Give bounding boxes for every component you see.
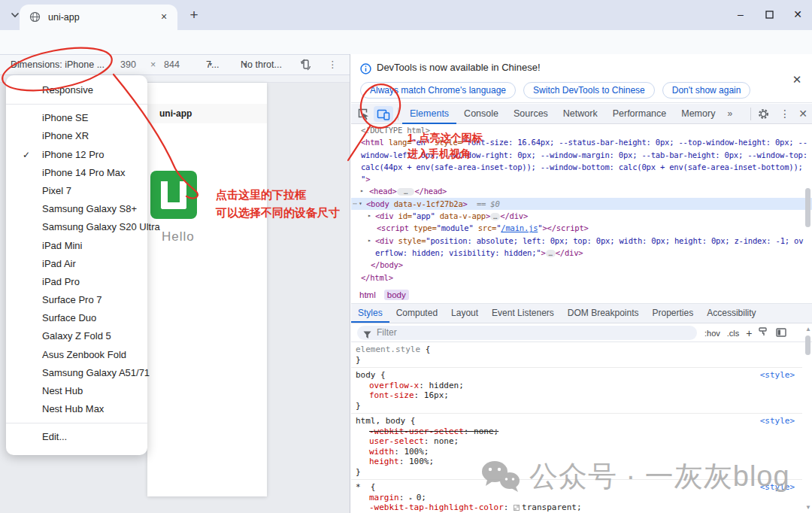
- device-menu-item[interactable]: iPad Air: [6, 255, 147, 273]
- inspect-element-icon[interactable]: [357, 108, 371, 121]
- computed-panel-toggle-icon[interactable]: [776, 328, 786, 338]
- styles-tab-dom-breakpoints[interactable]: DOM Breakpoints: [561, 304, 646, 323]
- dom-node[interactable]: <html lang="en" style="font-size: 16.64p…: [351, 136, 812, 148]
- dom-node[interactable]: ▸<div style="position: absolute; left: 0…: [351, 235, 812, 247]
- style-source-link[interactable]: <style>: [760, 370, 795, 380]
- devtools-tab-console[interactable]: Console: [456, 104, 506, 124]
- expand-arrow-icon[interactable]: ▾: [359, 198, 362, 210]
- breadcrumb-item-body[interactable]: body: [384, 290, 409, 300]
- expand-arrow-icon[interactable]: ▸: [368, 210, 371, 222]
- style-source-link[interactable]: <style>: [760, 482, 795, 492]
- device-menu-item[interactable]: Asus Zenbook Fold: [6, 346, 147, 364]
- banner-close-icon[interactable]: ✕: [790, 73, 804, 87]
- dom-node[interactable]: </body>: [351, 259, 812, 271]
- style-property[interactable]: user-select: none;: [356, 436, 802, 447]
- dom-node[interactable]: ">: [351, 173, 812, 185]
- device-menu-item[interactable]: Samsung Galaxy S20 Ultra: [6, 218, 147, 236]
- style-property[interactable]: margin: ▸ 0;: [356, 493, 802, 503]
- styles-tab-event-listeners[interactable]: Event Listeners: [485, 304, 561, 323]
- styles-tab-layout[interactable]: Layout: [444, 304, 485, 323]
- dom-node[interactable]: ▸<div id="app" data-v-app>…</div>: [351, 210, 812, 222]
- devtools-tab-memory[interactable]: Memory: [674, 104, 723, 124]
- styles-scrollbar-thumb[interactable]: [805, 335, 810, 355]
- dom-node-selected[interactable]: ⋯▾<body data-v-1cf27b2a> == $0: [351, 198, 812, 210]
- style-property[interactable]: overflow-x: hidden;: [356, 381, 802, 391]
- emulated-phone-viewport[interactable]: uni-app Hello: [147, 83, 267, 496]
- dom-node[interactable]: window-left: 0px; --window-right: 0px; -…: [351, 149, 812, 161]
- styles-pane[interactable]: element.style {}body {<style>overflow-x:…: [351, 342, 802, 513]
- elements-scrollbar-thumb[interactable]: [805, 188, 810, 227]
- style-property[interactable]: font-size: 16px;: [356, 390, 802, 401]
- device-menu-item[interactable]: Pixel 7: [6, 182, 147, 200]
- window-maximize-button[interactable]: [755, 0, 783, 30]
- browser-tab[interactable]: uni-app ×: [20, 5, 177, 30]
- device-menu-item[interactable]: Samsung Galaxy S8+: [6, 200, 147, 218]
- tab-close-icon[interactable]: ×: [156, 10, 171, 25]
- device-toolbar-toggle-icon[interactable]: [377, 108, 390, 121]
- devtools-close-icon[interactable]: ✕: [796, 108, 810, 121]
- window-minimize-button[interactable]: –: [726, 0, 755, 30]
- resource-link[interactable]: /main.js: [501, 223, 538, 232]
- style-rule[interactable]: body {<style>overflow-x: hidden;font-siz…: [351, 368, 802, 414]
- style-property[interactable]: height: 100%;: [356, 457, 802, 467]
- device-toolbar-menu-icon[interactable]: ⋮: [328, 55, 338, 74]
- device-menu-item-responsive[interactable]: Responsive: [6, 81, 147, 99]
- node-menu-dots-icon[interactable]: ⋯: [353, 198, 357, 210]
- devtools-settings-gear-icon[interactable]: [757, 108, 771, 121]
- dom-node[interactable]: erflow: hidden; visibility: hidden;">…</…: [351, 247, 812, 259]
- devtools-tab-performance[interactable]: Performance: [605, 104, 674, 124]
- styles-tab-properties[interactable]: Properties: [646, 304, 701, 323]
- device-menu-item[interactable]: Surface Duo: [6, 309, 147, 327]
- device-menu-item[interactable]: Surface Pro 7: [6, 291, 147, 309]
- dom-node[interactable]: calc(44px + env(safe-area-inset-top)); -…: [351, 161, 812, 173]
- dom-node[interactable]: <!DOCTYPE html>: [351, 124, 812, 136]
- new-style-rule-button[interactable]: +: [746, 327, 752, 339]
- dom-node[interactable]: </html>: [351, 272, 812, 284]
- device-menu-item[interactable]: Samsung Galaxy A51/71: [6, 364, 147, 382]
- styles-tab-styles[interactable]: Styles: [351, 304, 389, 323]
- new-tab-button[interactable]: +: [185, 6, 203, 24]
- devtools-menu-icon[interactable]: ⋮: [778, 108, 792, 121]
- device-menu-item[interactable]: iPad Pro: [6, 273, 147, 291]
- banner-button[interactable]: Switch DevTools to Chinese: [523, 82, 655, 99]
- elements-tree[interactable]: <!DOCTYPE html><html lang="en" style="fo…: [351, 124, 812, 288]
- window-close-button[interactable]: ✕: [783, 0, 812, 30]
- expand-arrow-icon[interactable]: ▸: [360, 185, 364, 197]
- device-menu-item[interactable]: iPhone 14 Pro Max: [6, 164, 147, 182]
- banner-button[interactable]: Always match Chrome's language: [360, 82, 516, 99]
- style-rule[interactable]: element.style {}: [351, 342, 802, 368]
- element-classes-button[interactable]: .cls: [727, 329, 740, 338]
- rendering-emulations-icon[interactable]: [759, 327, 769, 338]
- style-property[interactable]: -webkit-user-select: none;: [356, 426, 802, 437]
- banner-button[interactable]: Don't show again: [662, 82, 751, 99]
- width-field[interactable]: 390: [120, 55, 136, 74]
- devtools-tab-sources[interactable]: Sources: [506, 104, 556, 124]
- expand-arrow-icon[interactable]: ▸: [409, 495, 417, 502]
- style-rule[interactable]: * {<style>margin: ▸ 0;-webkit-tap-highli…: [351, 480, 802, 513]
- devtools-tab-elements[interactable]: Elements: [402, 104, 456, 124]
- more-tabs-icon[interactable]: »: [723, 104, 737, 124]
- dom-node[interactable]: <script type="module" src="/main.js"></s…: [351, 222, 812, 234]
- device-menu-item[interactable]: iPhone SE: [6, 109, 147, 127]
- expand-arrow-icon[interactable]: ▸: [368, 235, 371, 247]
- style-source-link[interactable]: <style>: [760, 416, 795, 426]
- breadcrumb-item-html[interactable]: html: [356, 290, 379, 300]
- toggle-element-state-button[interactable]: :hov: [704, 329, 720, 338]
- style-rule[interactable]: html, body {<style>-webkit-user-select: …: [351, 414, 802, 480]
- color-swatch[interactable]: [514, 505, 520, 511]
- device-menu-item[interactable]: iPhone XR: [6, 127, 147, 145]
- scroll-up-icon[interactable]: ▲: [805, 326, 811, 332]
- style-property[interactable]: width: 100%;: [356, 447, 802, 457]
- devtools-tab-network[interactable]: Network: [556, 104, 605, 124]
- height-field[interactable]: 844: [164, 55, 180, 74]
- styles-tab-accessibility[interactable]: Accessibility: [700, 304, 762, 323]
- style-property[interactable]: -webkit-tap-highlight-color: transparent…: [356, 502, 802, 513]
- device-menu-item[interactable]: ✓iPhone 12 Pro: [6, 146, 147, 164]
- device-menu-item[interactable]: Nest Hub: [6, 382, 147, 400]
- dom-node[interactable]: ▸<head> … </head>: [351, 185, 812, 197]
- styles-filter-input[interactable]: Filter: [357, 326, 697, 340]
- scroll-down-icon[interactable]: ▼: [805, 504, 811, 511]
- device-menu-item[interactable]: Nest Hub Max: [6, 400, 147, 418]
- device-menu-item-edit[interactable]: Edit...: [6, 428, 147, 446]
- device-menu-item[interactable]: Galaxy Z Fold 5: [6, 327, 147, 345]
